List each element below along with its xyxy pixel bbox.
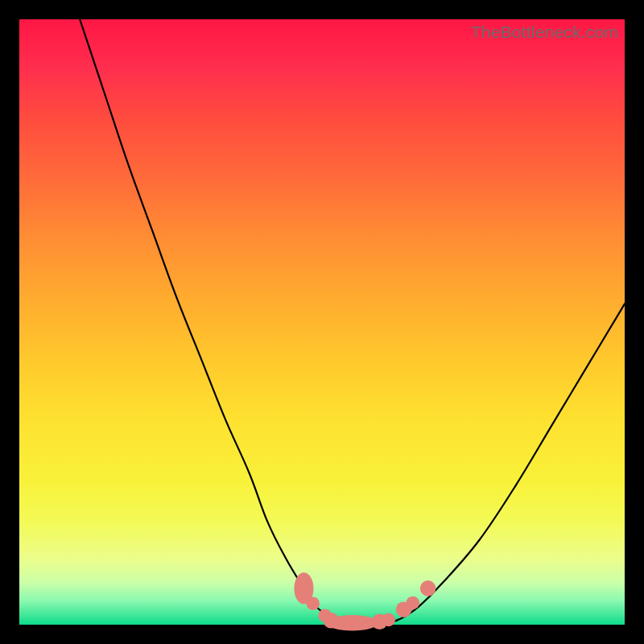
- chart-svg: [19, 19, 625, 625]
- curve-markers: [294, 572, 436, 630]
- curve-marker: [327, 615, 378, 631]
- curve-marker: [420, 580, 436, 597]
- curve-marker: [382, 613, 395, 627]
- bottleneck-curve: [80, 19, 625, 625]
- curve-marker: [407, 597, 420, 610]
- chart-frame: TheBottleneck.com: [0, 0, 644, 644]
- plot-area: TheBottleneck.com: [19, 19, 625, 625]
- curve-marker: [306, 597, 320, 610]
